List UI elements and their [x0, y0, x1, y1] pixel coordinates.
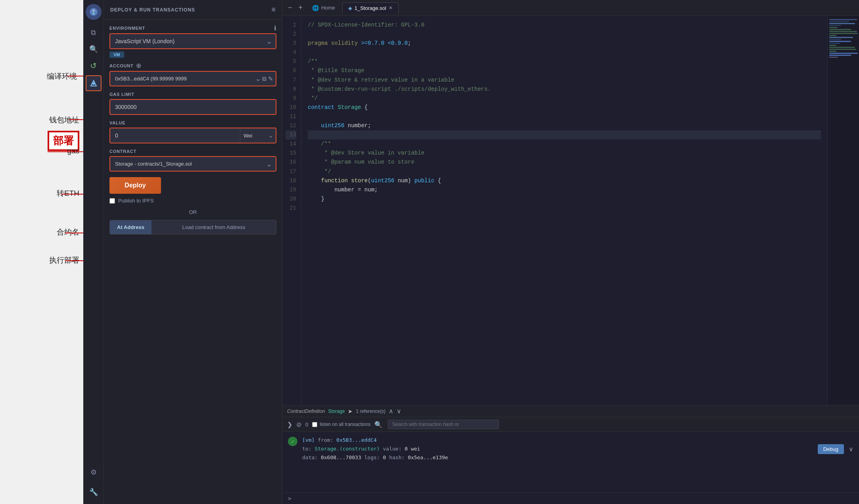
at-address-button[interactable]: At Address — [110, 220, 151, 234]
code-line-1: // SPDX-License-Identifier: GPL-3.0 — [308, 21, 821, 30]
log-status-icon: ✓ — [288, 437, 297, 446]
account-dropdown-icon: ⌄ — [255, 75, 261, 82]
code-line-12: uint256 number; — [308, 121, 821, 130]
sidebar-icon-settings[interactable]: ⚙ — [86, 465, 101, 479]
line-num-17: 17 — [286, 167, 296, 176]
code-line-19: number = num; — [308, 185, 821, 195]
gas-limit-input[interactable] — [110, 100, 276, 114]
code-line-8: * @custom:dev-run-script ./scripts/deplo… — [308, 85, 821, 94]
address-buttons-row: At Address Load contract from Address — [109, 220, 276, 235]
sol-tab-close-icon[interactable]: ✕ — [389, 5, 393, 11]
contract-select[interactable]: Storage - contracts/1_Storage.sol — [110, 157, 276, 171]
code-line-9: */ — [308, 94, 821, 103]
account-label: ACCOUNT — [109, 63, 134, 68]
or-divider: OR — [109, 209, 276, 215]
home-tab-label: Home — [321, 5, 335, 11]
line-num-18: 18 — [286, 176, 296, 185]
console-count: 0 — [305, 422, 308, 428]
code-line-6: * @title Storage — [308, 66, 821, 75]
deploy-button[interactable]: Deploy — [109, 177, 161, 194]
console-search-input[interactable] — [388, 420, 499, 429]
value-amount-input[interactable] — [110, 128, 240, 143]
line-num-21: 21 — [286, 204, 296, 213]
ref-up-button[interactable]: ∧ — [389, 407, 393, 415]
publish-ipfs-label: Publish to IPFS — [118, 198, 154, 204]
account-plus-icon[interactable]: ⊕ — [136, 62, 141, 69]
panel-menu-icon[interactable]: ≡ — [271, 6, 276, 14]
log-debug-button[interactable]: Debug — [818, 444, 844, 454]
listen-label: listen on all transactions — [320, 422, 370, 427]
annotation-eth: 转ETH — [57, 188, 79, 199]
code-content[interactable]: // SPDX-License-Identifier: GPL-3.0 prag… — [301, 16, 827, 405]
code-line-15: * @dev Store value in variable — [308, 149, 821, 158]
environment-select[interactable]: JavaScript VM (London) — [110, 34, 276, 48]
console-toolbar: ❯ ⊘ 0 listen on all transactions 🔍 — [282, 417, 859, 432]
editor-console-area: − + 🌐 Home ◈ 1_Storage.sol ✕ 1 — [282, 0, 859, 504]
console-prompt[interactable]: > — [282, 493, 859, 504]
console-clear-btn[interactable]: ⊘ — [296, 421, 301, 428]
value-unit-select[interactable]: Wei — [240, 128, 276, 143]
publish-ipfs-checkbox[interactable] — [109, 198, 115, 204]
annotation-eth-label: 转ETH — [57, 189, 79, 197]
console-search-icon-btn[interactable]: 🔍 — [374, 421, 382, 428]
line-numbers: 1 2 3 4 5 6 7 8 9 10 11 12 13 14 15 16 1 — [282, 16, 301, 405]
annotation-contract-name: 合约名 — [57, 227, 79, 237]
zoom-out-button[interactable]: − — [286, 2, 295, 13]
svg-point-15 — [92, 82, 95, 85]
sidebar-icon-compile[interactable]: ↺ — [86, 59, 101, 73]
console-content: ✓ [vm] from: 0x5B3...eddC4 to: Storage.(… — [282, 432, 859, 493]
ref-down-button[interactable]: ∨ — [397, 407, 401, 415]
environment-label-row: ENVIRONMENT ℹ — [109, 25, 276, 32]
deploy-panel: DEPLOY & RUN TRANSACTIONS ≡ ENVIRONMENT … — [104, 0, 282, 504]
environment-section: ENVIRONMENT ℹ JavaScript VM (London) ⌄ V… — [109, 25, 276, 58]
account-field-wrapper: 0x5B3...eddC4 (99.99999 9999 ⌄ ⧉ ✎ — [109, 71, 276, 86]
line-num-14: 14 — [286, 139, 296, 149]
console-expand-btn[interactable]: ❯ — [287, 421, 292, 428]
contract-def-arrow[interactable]: ➤ — [348, 408, 353, 414]
zoom-in-button[interactable]: + — [296, 2, 305, 13]
contract-label: CONTRACT — [109, 147, 276, 155]
panel-header: DEPLOY & RUN TRANSACTIONS ≡ — [104, 0, 282, 20]
code-line-20: } — [308, 195, 821, 204]
remix-logo-icon — [89, 7, 98, 17]
account-section: ACCOUNT ⊕ 0x5B3...eddC4 (99.99999 9999 ⌄… — [109, 62, 276, 86]
load-contract-button[interactable]: Load contract from Address — [151, 220, 276, 234]
contract-field-wrapper: Storage - contracts/1_Storage.sol ⌄ — [109, 156, 276, 172]
sidebar-icon-files[interactable]: ⧉ — [86, 25, 101, 40]
environment-info-icon[interactable]: ℹ — [274, 25, 276, 32]
panel-body: ENVIRONMENT ℹ JavaScript VM (London) ⌄ V… — [104, 20, 282, 504]
code-line-17: */ — [308, 167, 821, 176]
value-label: VALUE — [109, 119, 276, 126]
code-line-13 — [308, 130, 821, 139]
listen-checkbox[interactable] — [312, 422, 317, 427]
account-edit-icon[interactable]: ✎ — [268, 75, 273, 82]
gas-limit-label: GAS LIMIT — [109, 90, 276, 97]
tab-storage-sol[interactable]: ◈ 1_Storage.sol ✕ — [342, 2, 399, 13]
line-num-8: 8 — [286, 85, 296, 94]
line-num-7: 7 — [286, 76, 296, 85]
sidebar-icon-gear2[interactable]: 🔧 — [86, 485, 101, 499]
account-select[interactable]: 0x5B3...eddC4 (99.99999 9999 — [110, 72, 255, 86]
gas-limit-field-wrapper — [109, 99, 276, 115]
sidebar-icon-search[interactable]: 🔍 — [86, 42, 101, 56]
line-num-15: 15 — [286, 149, 296, 158]
annotation-gas: gas — [67, 147, 79, 155]
code-line-7: * @dev Store & retrieve value in a varia… — [308, 76, 821, 85]
tab-home[interactable]: 🌐 Home — [307, 2, 341, 13]
compile-icon: ↺ — [90, 61, 97, 71]
annotation-compile-env-label: 编译环境 — [47, 71, 77, 82]
search-icon: 🔍 — [89, 45, 98, 53]
settings-icon: ⚙ — [90, 468, 97, 477]
log-text: [vm] from: 0x5B3...eddC4 to: Storage.(co… — [302, 436, 813, 462]
line-num-10: 10 — [286, 103, 296, 112]
line-num-11: 11 — [286, 112, 296, 121]
environment-field-wrapper: JavaScript VM (London) ⌄ — [109, 33, 276, 49]
line-num-3: 3 — [286, 39, 296, 48]
code-line-11 — [308, 112, 821, 121]
account-copy-icon[interactable]: ⧉ — [262, 75, 267, 82]
annotation-execute-deploy: 执行部署 — [49, 255, 79, 265]
line-num-4: 4 — [286, 48, 296, 57]
log-expand-button[interactable]: ∨ — [849, 445, 853, 453]
sidebar-icon-deploy[interactable] — [86, 75, 102, 91]
minimap — [827, 16, 859, 405]
